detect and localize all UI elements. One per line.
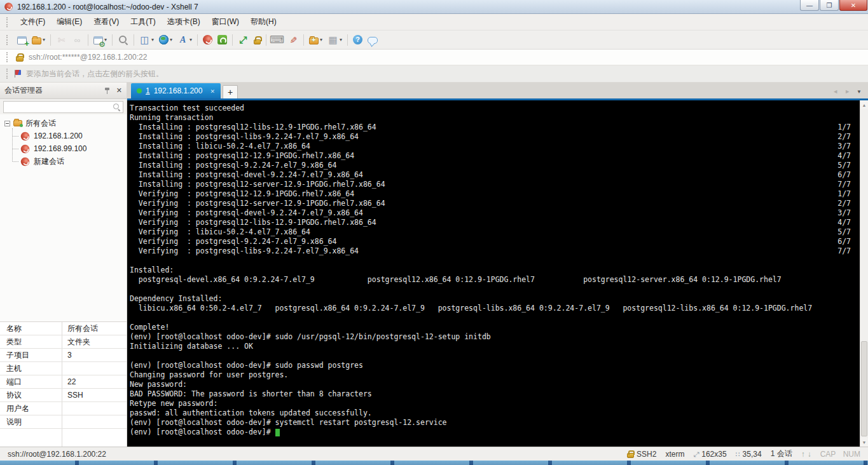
session-properties-button[interactable]: ▾: [92, 34, 109, 46]
terminal-scrollbar[interactable]: [860, 100, 868, 447]
close-button[interactable]: ✕: [839, 0, 867, 11]
tree-expander-icon[interactable]: [4, 121, 10, 126]
restore-button[interactable]: ❐: [820, 0, 839, 11]
keyboard-button[interactable]: [270, 33, 284, 46]
fullscreen-button[interactable]: [236, 33, 251, 46]
scroll-down-arrow-icon[interactable]: [808, 450, 811, 459]
tab-menu-caret-icon[interactable]: [857, 84, 862, 96]
terminal-line: passwd: all authentication tokens update…: [130, 408, 851, 418]
terminal-text: Initializing database ... OK: [130, 342, 253, 351]
scroll-up-icon[interactable]: [860, 100, 868, 109]
terminal-text: Changing password for user postgres.: [130, 370, 288, 380]
terminal-line: Initializing database ... OK: [130, 342, 851, 351]
notice-bar: 要添加当前会话，点击左侧的箭头按钮。: [0, 65, 868, 83]
scroll-up-arrow-icon[interactable]: [801, 450, 805, 459]
menu-window[interactable]: 窗口(W): [206, 14, 245, 30]
layout-icon: [139, 34, 150, 45]
new-session-button[interactable]: [15, 34, 29, 46]
session-manager-panel: 会话管理器 ✕ 所有会话 192.168.1.200192.168.99.100…: [0, 83, 127, 447]
session-label: 192.168.99.100: [34, 144, 86, 153]
terminal-output[interactable]: Transaction test succeededRunning transa…: [127, 100, 860, 447]
session-item-192-168-1-200[interactable]: 192.168.1.200: [8, 130, 127, 142]
menu-bar: 文件(F)编辑(E)查看(V)工具(T)选项卡(B)窗口(W)帮助(H): [0, 14, 868, 30]
reconnect-button[interactable]: [70, 33, 85, 46]
scrollbar-thumb[interactable]: [861, 341, 867, 436]
address-bar[interactable]: ssh://root:******@192.168.1.200:22: [0, 50, 868, 65]
disconnect-button[interactable]: [54, 33, 69, 46]
tree-root-all-sessions[interactable]: 所有会话: [0, 117, 127, 130]
tab-close-icon[interactable]: [210, 86, 215, 95]
font-button[interactable]: ▾: [176, 33, 194, 46]
session-search-input[interactable]: [3, 101, 123, 113]
menu-file[interactable]: 文件(F): [15, 14, 51, 30]
progress-counter: 7/7: [837, 180, 851, 189]
drag-handle[interactable]: [6, 17, 10, 27]
session-icon: [21, 131, 30, 140]
menu-edit[interactable]: 编辑(E): [51, 14, 88, 30]
minimize-button[interactable]: —: [800, 0, 819, 11]
tab-label: 192.168.1.200: [154, 86, 203, 95]
drag-handle[interactable]: [6, 52, 10, 62]
tab-prev-icon[interactable]: [832, 84, 838, 96]
flag-icon[interactable]: [15, 70, 21, 78]
progress-counter: 3/7: [837, 142, 851, 151]
lock-icon: [254, 39, 261, 44]
panel-close-icon[interactable]: ✕: [116, 86, 122, 95]
xshell-button[interactable]: [201, 34, 214, 46]
terminal-line: Installing : postgresql12-server-12.9-1P…: [130, 180, 851, 189]
menu-view[interactable]: 查看(V): [88, 14, 125, 30]
session-item-new[interactable]: 新建会话: [8, 155, 127, 168]
new-folder-button[interactable]: ▾: [307, 34, 324, 46]
toolbar-separator: [50, 34, 51, 46]
session-icon: [21, 157, 30, 166]
progress-counter: 1/7: [837, 123, 851, 132]
chevron-down-icon[interactable]: ▾: [43, 37, 45, 43]
compose-button[interactable]: [286, 33, 300, 46]
property-label: 名称: [0, 322, 62, 335]
toolbar-separator: [303, 34, 304, 46]
notice-text: 要添加当前会话，点击左侧的箭头按钮。: [26, 69, 163, 79]
feedback-button[interactable]: [366, 35, 380, 45]
property-row: 端口22: [0, 375, 127, 389]
menu-tools[interactable]: 工具(T): [125, 14, 161, 30]
views-button[interactable]: ▾: [326, 33, 344, 46]
web-button[interactable]: ▾: [157, 34, 174, 46]
address-value[interactable]: ssh://root:******@192.168.1.200:22: [29, 53, 147, 62]
help-button[interactable]: [351, 34, 364, 46]
globe-icon: [159, 35, 169, 44]
windows-taskbar[interactable]: [0, 461, 868, 465]
layout-button[interactable]: ▾: [137, 33, 156, 46]
xftp-button[interactable]: [216, 34, 229, 46]
drag-handle[interactable]: [6, 35, 10, 45]
lock-button[interactable]: [252, 34, 263, 46]
chevron-down-icon[interactable]: ▾: [151, 37, 154, 43]
session-item-192-168-99-100[interactable]: 192.168.99.100: [8, 142, 127, 155]
chevron-down-icon[interactable]: ▾: [189, 37, 192, 43]
scroll-down-icon[interactable]: [860, 438, 868, 447]
find-button[interactable]: [116, 33, 130, 46]
tab-next-icon[interactable]: [844, 84, 850, 96]
drag-handle[interactable]: [6, 69, 10, 79]
tab-192-168-1-200[interactable]: 1 192.168.1.200: [131, 83, 221, 98]
menu-help[interactable]: 帮助(H): [245, 14, 282, 30]
terminal-text: Installing : postgresql-devel-9.2.24-7.e…: [130, 170, 363, 180]
new-tab-button[interactable]: [223, 85, 238, 98]
property-value: [62, 402, 67, 415]
scrollbar-track[interactable]: [860, 109, 868, 438]
chevron-down-icon[interactable]: ▾: [340, 37, 342, 43]
pin-icon[interactable]: [104, 87, 111, 95]
chevron-down-icon[interactable]: ▾: [170, 37, 172, 43]
chain-link-icon: [72, 34, 83, 45]
open-folder-button[interactable]: ▾: [30, 34, 47, 46]
terminal-text: passwd: all authentication tokens update…: [130, 408, 372, 418]
menu-tab[interactable]: 选项卡(B): [162, 14, 206, 30]
terminal-text: Installing : libicu-50.2-4.el7_7.x86_64: [130, 142, 310, 151]
folder-plus-icon: [309, 37, 319, 44]
chevron-down-icon[interactable]: ▾: [320, 37, 322, 43]
terminal-line: Verifying : postgresql12-server-12.9-1PG…: [130, 199, 851, 208]
status-num-lock: NUM: [843, 450, 860, 459]
property-value: 22: [62, 375, 76, 388]
xftp-icon: [217, 35, 227, 44]
progress-counter: 6/7: [837, 170, 851, 180]
property-row: 主机: [0, 362, 127, 375]
